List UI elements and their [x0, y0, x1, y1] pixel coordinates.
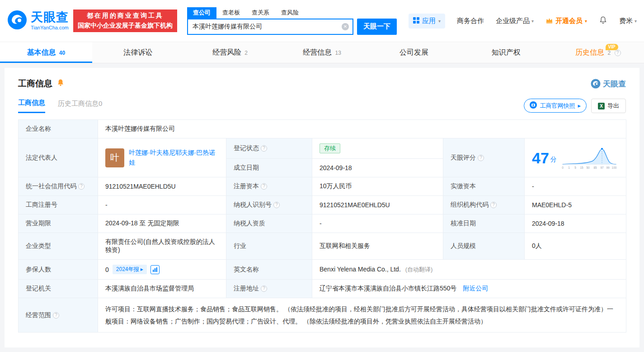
company-type-value: 有限责任公司(自然人投资或控股的法人独资) — [98, 233, 226, 260]
field-label-text: 天眼评分 — [451, 154, 476, 161]
crown-icon — [545, 17, 553, 25]
watermark-text: 天眼查 — [603, 79, 626, 89]
score-value: 47 — [532, 150, 549, 166]
snapshot-badge-icon — [530, 101, 537, 110]
official-snapshot-button[interactable]: 工商官网快照 ▸ — [524, 99, 587, 113]
help-icon[interactable]: ? — [261, 285, 267, 292]
field-label: 营业期限 — [19, 214, 98, 233]
score-unit: 分 — [550, 156, 557, 164]
nav-enterprise-products[interactable]: 企业级产品 ▾ — [496, 17, 534, 25]
svg-text:99: 99 — [606, 166, 610, 169]
field-label-text: 统一社会信用代码 — [26, 182, 76, 190]
industry-value: 互联网和相关服务 — [312, 233, 443, 260]
help-icon[interactable]: ? — [615, 50, 621, 56]
help-icon[interactable]: ? — [78, 183, 85, 190]
insured-trend-icon[interactable] — [150, 265, 160, 274]
help-icon[interactable]: ? — [261, 183, 267, 190]
field-label-text: 组织机构代码 — [451, 201, 489, 208]
paid-capital-value: - — [525, 177, 626, 196]
search-tab-company[interactable]: 查公司 — [187, 7, 216, 19]
english-name-cell: Benxi Yelena Media Co., Ltd. (自动翻译) — [312, 260, 626, 280]
help-icon[interactable]: ? — [478, 155, 484, 161]
tianyancha-logo[interactable]: 天眼查 TianYanCha.com — [7, 10, 69, 32]
subtab-business-info[interactable]: 工商信息 — [18, 99, 45, 113]
help-icon[interactable]: ? — [53, 312, 59, 319]
username: 费米 — [619, 17, 633, 25]
reg-status-cell: 存续 — [312, 138, 443, 159]
annual-report-tag[interactable]: 2024年报 ▸ — [113, 265, 147, 274]
business-term-value: 2024-09-18 至 无固定期限 — [98, 214, 226, 233]
watermark-logo: 天眼查 — [591, 79, 626, 89]
field-label: 登记状态? — [226, 138, 312, 159]
field-label: 经营范围? — [19, 298, 98, 333]
search-button[interactable]: 天眼一下 — [357, 19, 397, 35]
insured-cell: 0 2024年报 ▸ — [98, 260, 226, 280]
reg-number-value: - — [98, 196, 226, 214]
tab-label: 经营信息 — [303, 48, 332, 56]
nav-user-menu[interactable]: 费米 ▾ — [619, 17, 637, 25]
field-label: 核准日期 — [443, 214, 525, 233]
field-label: 注册地址? — [226, 280, 312, 298]
tab-operating-risk[interactable]: 经营风险 2 — [184, 42, 276, 63]
search-input[interactable] — [187, 19, 353, 35]
business-info-card: 工商信息 天眼查 工商信息 历史工商信息0 — [5, 68, 639, 347]
legal-rep-link[interactable]: 叶莲娜·叶夫格尼耶夫娜·巴热诺娃 — [129, 148, 219, 167]
search-tab-risk[interactable]: 查风险 — [275, 7, 305, 19]
registry-value: 本溪满族自治县市场监督管理局 — [98, 280, 226, 298]
export-label: 导出 — [607, 102, 619, 110]
help-icon[interactable]: ? — [273, 202, 280, 208]
taxpayer-quality-value: - — [312, 214, 443, 233]
search-tab-boss[interactable]: 查老板 — [216, 7, 246, 19]
taxpayer-id-value: 91210521MAE0EHLD5U — [312, 196, 443, 214]
chevron-down-icon: ▾ — [438, 19, 441, 24]
clear-search-icon[interactable]: ✕ — [342, 23, 349, 30]
search-tabs: 查公司 查老板 查关系 查风险 — [187, 7, 397, 19]
address-value: 辽宁省本溪市本溪满族自治县小市镇长江路550号 — [320, 285, 456, 292]
status-badge: 存续 — [320, 143, 340, 153]
table-row: 法定代表人 叶 叶莲娜·叶夫格尼耶夫娜·巴热诺娃 登记状态? 存续 天眼评分? … — [19, 138, 626, 159]
company-name-value: 本溪叶莲娜传媒有限公司 — [98, 120, 626, 138]
tab-count: 2 — [607, 50, 611, 56]
slogan-banner: 都在用的商业查询工具 国家中小企业发展子基金旗下机构 — [73, 10, 177, 32]
field-label: 英文名称 — [226, 260, 312, 280]
nav-cooperation[interactable]: 商务合作 — [457, 17, 484, 25]
field-label: 人员规模 — [443, 233, 525, 260]
snapshot-label: 工商官网快照 — [540, 102, 575, 110]
search-tab-relation[interactable]: 查关系 — [246, 7, 275, 19]
top-nav: 应用 ▾ 商务合作 企业级产品 ▾ 开通会员 ▾ 费米 — [409, 14, 637, 29]
tab-basic-info[interactable]: 基本信息 40 — [0, 42, 92, 63]
tab-operating-info[interactable]: 经营信息 13 — [276, 42, 368, 63]
grid-icon — [413, 17, 419, 25]
tab-count: 13 — [335, 50, 341, 56]
tab-label: 基本信息 — [27, 48, 56, 56]
tab-count: 40 — [59, 50, 65, 56]
tab-label: 历史信息 — [575, 48, 604, 56]
field-label: 企业名称 — [19, 120, 98, 138]
field-label: 工商注册号 — [19, 196, 98, 214]
svg-text:50: 50 — [586, 166, 590, 169]
help-icon[interactable]: ? — [490, 202, 497, 208]
help-icon[interactable]: ? — [261, 145, 267, 152]
nearby-companies-link[interactable]: 附近公司 — [463, 285, 488, 292]
field-label: 参保人数 — [19, 260, 98, 280]
subscribe-bell-icon[interactable] — [56, 78, 65, 89]
export-button[interactable]: X 导出 — [591, 99, 626, 113]
tab-intellectual-property[interactable]: 知识产权 — [460, 42, 552, 63]
vip-badge: VIP — [606, 44, 618, 50]
legal-rep-avatar[interactable]: 叶 — [105, 148, 124, 167]
tab-history-info[interactable]: VIP 历史信息 2 ? — [552, 42, 644, 63]
tab-legal-proceedings[interactable]: 法律诉讼 — [92, 42, 184, 63]
apps-menu[interactable]: 应用 ▾ — [409, 14, 445, 29]
section-title: 工商信息 — [18, 78, 52, 90]
tab-company-development[interactable]: 公司发展 — [368, 42, 460, 63]
apps-label: 应用 — [422, 17, 436, 25]
credit-code-value: 91210521MAE0EHLD5U — [98, 177, 226, 196]
company-detail-tabs: 基本信息 40 法律诉讼 经营风险 2 经营信息 13 公司发展 知识产权 VI… — [0, 42, 644, 63]
notification-bell-icon[interactable] — [599, 16, 607, 26]
nav-open-vip[interactable]: 开通会员 ▾ — [545, 17, 587, 25]
subtab-history-business-info[interactable]: 历史工商信息0 — [58, 100, 102, 113]
table-row: 统一社会信用代码? 91210521MAE0EHLD5U 注册资本? 10万人民… — [19, 177, 626, 196]
field-label: 纳税人资质 — [226, 214, 312, 233]
tab-label: 公司发展 — [400, 48, 428, 56]
business-scope-value: 许可项目：互联网直播技术服务；食品销售；食品互联网销售。 （依法须经批准的项目，… — [98, 298, 626, 333]
